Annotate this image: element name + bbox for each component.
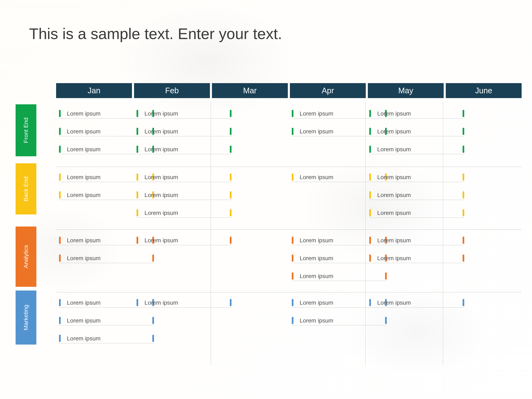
task-end-marker bbox=[230, 128, 232, 135]
task-end-marker bbox=[230, 191, 232, 198]
task-label: Lorem ipsum bbox=[300, 273, 333, 279]
task-start-marker bbox=[59, 254, 61, 262]
month-header-feb: Feb bbox=[134, 83, 210, 98]
task-item: Lorem ipsum bbox=[137, 298, 232, 306]
task-start-marker bbox=[292, 272, 293, 279]
task-end-marker bbox=[152, 335, 154, 342]
category-tab-analytics: Analytics bbox=[16, 227, 36, 287]
gridline-horizontal bbox=[56, 292, 522, 292]
task-label: Lorem ipsum bbox=[67, 317, 101, 324]
category-label: Back End bbox=[23, 177, 29, 201]
task-label: Lorem ipsum bbox=[377, 128, 411, 135]
task-start-marker bbox=[369, 209, 371, 216]
task-start-marker bbox=[137, 209, 138, 216]
task-underline bbox=[137, 182, 232, 182]
task-underline bbox=[137, 200, 232, 200]
task-item: Lorem ipsum bbox=[369, 109, 464, 117]
task-start-marker bbox=[59, 173, 61, 181]
task-item: Lorem ipsum bbox=[137, 172, 232, 181]
task-item: Lorem ipsum bbox=[369, 190, 464, 199]
task-start-marker bbox=[59, 128, 61, 135]
task-end-marker bbox=[152, 254, 154, 262]
task-item: Lorem ipsum bbox=[369, 208, 464, 216]
task-label: Lorem ipsum bbox=[300, 255, 333, 262]
task-label: Lorem ipsum bbox=[300, 174, 333, 181]
task-start-marker bbox=[369, 237, 371, 244]
roadmap-chart: Jan Feb Mar Apr May June Lorem ipsumLore… bbox=[56, 83, 522, 108]
task-underline bbox=[137, 154, 232, 154]
task-item: Lorem ipsum bbox=[369, 236, 464, 244]
task-start-marker bbox=[59, 237, 61, 244]
task-start-marker bbox=[369, 110, 371, 117]
task-start-marker bbox=[59, 191, 61, 198]
task-label: Lorem ipsum bbox=[377, 174, 411, 181]
task-start-marker bbox=[137, 110, 138, 117]
task-underline bbox=[369, 218, 464, 218]
task-label: Lorem ipsum bbox=[67, 237, 101, 244]
month-header-mar: Mar bbox=[212, 83, 288, 98]
task-label: Lorem ipsum bbox=[377, 146, 411, 153]
task-label: Lorem ipsum bbox=[300, 110, 333, 117]
task-start-marker bbox=[137, 128, 138, 135]
task-start-marker bbox=[369, 299, 371, 306]
task-end-marker bbox=[230, 146, 232, 153]
task-end-marker bbox=[230, 299, 232, 306]
category-tab-frontend: Front End bbox=[16, 104, 36, 156]
task-item: Lorem ipsum bbox=[59, 316, 154, 324]
task-label: Lorem ipsum bbox=[67, 146, 101, 153]
task-item: Lorem ipsum bbox=[137, 190, 232, 199]
task-underline bbox=[137, 245, 232, 245]
task-underline bbox=[59, 263, 154, 263]
task-item: Lorem ipsum bbox=[137, 109, 232, 117]
task-item: Lorem ipsum bbox=[369, 172, 464, 181]
task-underline bbox=[369, 307, 464, 308]
task-start-marker bbox=[59, 110, 61, 117]
task-end-marker bbox=[230, 110, 232, 117]
task-label: Lorem ipsum bbox=[300, 317, 333, 324]
month-header-apr: Apr bbox=[290, 83, 366, 98]
task-end-marker bbox=[462, 110, 464, 117]
task-label: Lorem ipsum bbox=[67, 110, 101, 117]
task-label: Lorem ipsum bbox=[377, 237, 411, 244]
task-end-marker bbox=[462, 128, 464, 135]
task-start-marker bbox=[137, 299, 138, 306]
task-label: Lorem ipsum bbox=[67, 335, 101, 342]
gridline-vertical bbox=[365, 102, 366, 366]
task-label: Lorem ipsum bbox=[145, 210, 178, 216]
task-item: Lorem ipsum bbox=[292, 316, 387, 324]
task-item: Lorem ipsum bbox=[369, 298, 464, 306]
task-label: Lorem ipsum bbox=[145, 299, 178, 306]
task-label: Lorem ipsum bbox=[67, 299, 101, 306]
month-header-jun: June bbox=[446, 83, 522, 98]
task-item: Lorem ipsum bbox=[59, 334, 154, 342]
task-underline bbox=[292, 325, 387, 325]
task-end-marker bbox=[462, 209, 464, 216]
task-underline bbox=[137, 118, 232, 119]
task-end-marker bbox=[385, 317, 387, 324]
task-label: Lorem ipsum bbox=[67, 174, 101, 181]
category-tab-backend: Back End bbox=[16, 163, 36, 215]
task-end-marker bbox=[462, 146, 464, 153]
task-underline bbox=[369, 118, 464, 119]
task-end-marker bbox=[385, 272, 387, 279]
task-end-marker bbox=[462, 237, 464, 244]
task-item: Lorem ipsum bbox=[137, 208, 232, 216]
task-start-marker bbox=[59, 146, 61, 153]
task-underline bbox=[292, 281, 387, 281]
task-start-marker bbox=[369, 254, 371, 262]
task-label: Lorem ipsum bbox=[145, 237, 178, 244]
task-label: Lorem ipsum bbox=[377, 110, 411, 117]
task-label: Lorem ipsum bbox=[377, 192, 411, 198]
task-underline bbox=[369, 263, 464, 263]
task-underline bbox=[369, 182, 464, 182]
task-start-marker bbox=[59, 317, 61, 324]
page-title: This is a sample text. Enter your text. bbox=[29, 25, 282, 43]
gridline-horizontal bbox=[56, 229, 522, 230]
task-label: Lorem ipsum bbox=[145, 128, 178, 135]
task-label: Lorem ipsum bbox=[300, 128, 333, 135]
task-item: Lorem ipsum bbox=[59, 253, 154, 262]
task-start-marker bbox=[369, 191, 371, 198]
month-header-row: Jan Feb Mar Apr May June bbox=[56, 83, 522, 98]
task-end-marker bbox=[462, 173, 464, 181]
task-end-marker bbox=[462, 254, 464, 262]
